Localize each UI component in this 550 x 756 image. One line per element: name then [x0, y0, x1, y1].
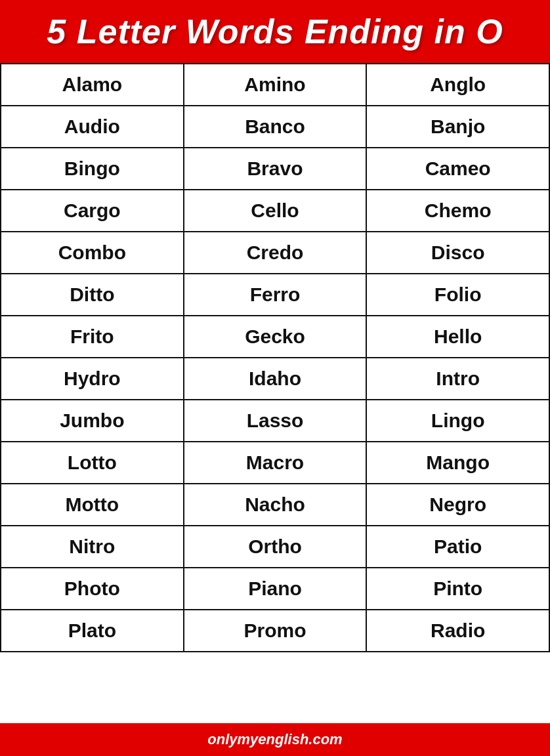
table-row: DittoFerroFolio [1, 274, 549, 316]
word-cell: Credo [184, 232, 367, 274]
word-cell: Combo [1, 232, 184, 274]
word-cell: Radio [366, 610, 549, 652]
word-cell: Patio [366, 526, 549, 568]
word-cell: Cameo [366, 148, 549, 190]
word-cell: Motto [1, 484, 184, 526]
word-cell: Mango [366, 442, 549, 484]
word-cell: Nacho [184, 484, 367, 526]
table-row: AudioBancoBanjo [1, 106, 549, 148]
word-cell: Piano [184, 568, 367, 610]
word-cell: Lotto [1, 442, 184, 484]
table-row: MottoNachoNegro [1, 484, 549, 526]
word-cell: Banco [184, 106, 367, 148]
table-row: FritoGeckoHello [1, 316, 549, 358]
word-cell: Cello [184, 190, 367, 232]
word-cell: Ditto [1, 274, 184, 316]
word-cell: Idaho [184, 358, 367, 400]
word-table-container: AlamoAminoAngloAudioBancoBanjoBingoBravo… [0, 63, 550, 723]
word-cell: Intro [366, 358, 549, 400]
page-footer: onlymyenglish.com [0, 723, 550, 756]
word-cell: Bravo [184, 148, 367, 190]
word-cell: Chemo [366, 190, 549, 232]
word-cell: Negro [366, 484, 549, 526]
word-cell: Amino [184, 64, 367, 106]
word-table: AlamoAminoAngloAudioBancoBanjoBingoBravo… [0, 63, 550, 652]
table-row: CargoCelloChemo [1, 190, 549, 232]
word-cell: Pinto [366, 568, 549, 610]
word-cell: Audio [1, 106, 184, 148]
word-cell: Folio [366, 274, 549, 316]
word-cell: Plato [1, 610, 184, 652]
table-row: ComboCredoDisco [1, 232, 549, 274]
word-cell: Jumbo [1, 400, 184, 442]
word-cell: Cargo [1, 190, 184, 232]
word-cell: Promo [184, 610, 367, 652]
word-cell: Alamo [1, 64, 184, 106]
table-row: PlatoPromoRadio [1, 610, 549, 652]
table-row: NitroOrthoPatio [1, 526, 549, 568]
table-row: BingoBravoCameo [1, 148, 549, 190]
word-cell: Macro [184, 442, 367, 484]
page-title: 5 Letter Words Ending in O [13, 12, 537, 51]
word-cell: Hydro [1, 358, 184, 400]
table-row: AlamoAminoAnglo [1, 64, 549, 106]
word-cell: Photo [1, 568, 184, 610]
word-cell: Anglo [366, 64, 549, 106]
word-cell: Hello [366, 316, 549, 358]
word-cell: Lingo [366, 400, 549, 442]
page-header: 5 Letter Words Ending in O [0, 0, 550, 63]
table-row: HydroIdahoIntro [1, 358, 549, 400]
footer-text: onlymyenglish.com [207, 731, 342, 747]
word-cell: Ortho [184, 526, 367, 568]
word-cell: Bingo [1, 148, 184, 190]
table-row: JumboLassoLingo [1, 400, 549, 442]
table-row: LottoMacroMango [1, 442, 549, 484]
word-cell: Frito [1, 316, 184, 358]
word-cell: Disco [366, 232, 549, 274]
word-cell: Ferro [184, 274, 367, 316]
table-row: PhotoPianoPinto [1, 568, 549, 610]
word-cell: Gecko [184, 316, 367, 358]
word-cell: Banjo [366, 106, 549, 148]
word-cell: Nitro [1, 526, 184, 568]
word-cell: Lasso [184, 400, 367, 442]
